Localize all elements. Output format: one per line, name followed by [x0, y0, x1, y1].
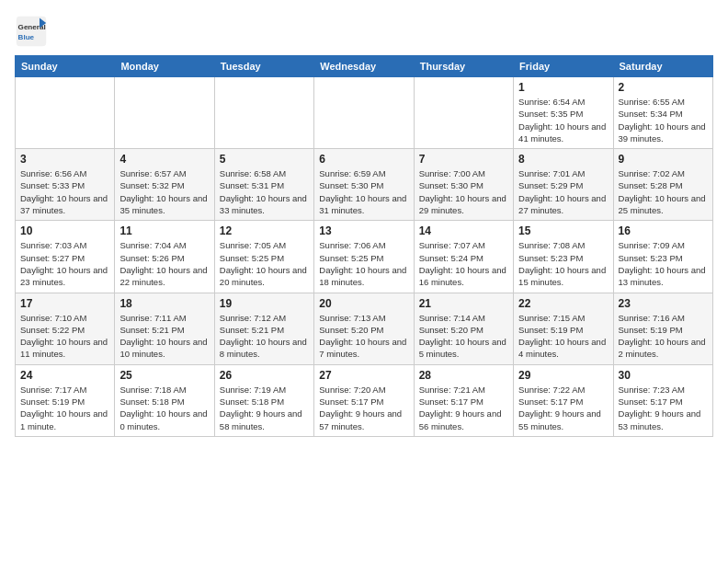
weekday-header-saturday: Saturday: [613, 56, 712, 77]
day-number: 22: [518, 297, 608, 310]
day-number: 9: [619, 153, 708, 166]
weekday-header-monday: Monday: [115, 56, 214, 77]
day-number: 18: [119, 297, 209, 310]
calendar-cell: 12Sunrise: 7:05 AM Sunset: 5:25 PM Dayli…: [214, 221, 313, 293]
day-number: 26: [220, 369, 309, 382]
calendar-cell: 14Sunrise: 7:07 AM Sunset: 5:24 PM Dayli…: [414, 221, 513, 293]
day-number: 2: [619, 81, 708, 94]
weekday-header-tuesday: Tuesday: [214, 56, 313, 77]
calendar-cell: 16Sunrise: 7:09 AM Sunset: 5:23 PM Dayli…: [613, 221, 712, 293]
day-info: Sunrise: 7:06 AM Sunset: 5:25 PM Dayligh…: [319, 239, 408, 288]
calendar-cell: 13Sunrise: 7:06 AM Sunset: 5:25 PM Dayli…: [314, 221, 414, 293]
calendar-cell: 27Sunrise: 7:20 AM Sunset: 5:17 PM Dayli…: [314, 364, 414, 436]
day-number: 17: [20, 297, 109, 310]
day-number: 7: [419, 153, 508, 166]
day-info: Sunrise: 7:23 AM Sunset: 5:17 PM Dayligh…: [619, 384, 708, 432]
day-info: Sunrise: 7:18 AM Sunset: 5:18 PM Dayligh…: [119, 384, 209, 432]
calendar-table: SundayMondayTuesdayWednesdayThursdayFrid…: [15, 55, 713, 437]
calendar-cell: [214, 77, 313, 149]
calendar-cell: 30Sunrise: 7:23 AM Sunset: 5:17 PM Dayli…: [613, 364, 712, 436]
day-number: 11: [119, 224, 209, 237]
calendar-cell: 28Sunrise: 7:21 AM Sunset: 5:17 PM Dayli…: [414, 364, 513, 436]
calendar-cell: 10Sunrise: 7:03 AM Sunset: 5:27 PM Dayli…: [16, 221, 115, 293]
logo-icon: General Blue: [15, 15, 48, 48]
day-info: Sunrise: 7:07 AM Sunset: 5:24 PM Dayligh…: [419, 239, 508, 288]
calendar-cell: 11Sunrise: 7:04 AM Sunset: 5:26 PM Dayli…: [115, 221, 214, 293]
day-info: Sunrise: 7:16 AM Sunset: 5:19 PM Dayligh…: [619, 312, 708, 361]
day-info: Sunrise: 6:58 AM Sunset: 5:31 PM Dayligh…: [220, 167, 309, 216]
day-info: Sunrise: 7:11 AM Sunset: 5:21 PM Dayligh…: [119, 312, 209, 361]
calendar-cell: 4Sunrise: 6:57 AM Sunset: 5:32 PM Daylig…: [115, 149, 214, 221]
calendar-cell: 22Sunrise: 7:15 AM Sunset: 5:19 PM Dayli…: [514, 293, 613, 364]
day-number: 16: [619, 224, 708, 237]
calendar-cell: 18Sunrise: 7:11 AM Sunset: 5:21 PM Dayli…: [115, 293, 214, 364]
calendar-cell: 26Sunrise: 7:19 AM Sunset: 5:18 PM Dayli…: [214, 364, 313, 436]
day-number: 30: [619, 369, 708, 382]
day-info: Sunrise: 7:08 AM Sunset: 5:23 PM Dayligh…: [518, 239, 608, 288]
day-number: 23: [619, 297, 708, 310]
day-number: 19: [220, 297, 309, 310]
page-header: General Blue: [15, 15, 713, 48]
day-number: 3: [20, 153, 109, 166]
weekday-header-sunday: Sunday: [16, 56, 115, 77]
calendar-cell: 5Sunrise: 6:58 AM Sunset: 5:31 PM Daylig…: [214, 149, 313, 221]
calendar-cell: 17Sunrise: 7:10 AM Sunset: 5:22 PM Dayli…: [16, 293, 115, 364]
calendar-cell: 23Sunrise: 7:16 AM Sunset: 5:19 PM Dayli…: [613, 293, 712, 364]
calendar-cell: 3Sunrise: 6:56 AM Sunset: 5:33 PM Daylig…: [16, 149, 115, 221]
weekday-header-friday: Friday: [514, 56, 613, 77]
day-info: Sunrise: 6:57 AM Sunset: 5:32 PM Dayligh…: [119, 167, 209, 216]
day-number: 10: [20, 224, 109, 237]
day-number: 6: [319, 153, 408, 166]
svg-text:Blue: Blue: [18, 33, 35, 41]
day-number: 24: [20, 369, 109, 382]
day-info: Sunrise: 7:19 AM Sunset: 5:18 PM Dayligh…: [220, 384, 309, 432]
day-info: Sunrise: 7:02 AM Sunset: 5:28 PM Dayligh…: [619, 167, 708, 216]
day-number: 8: [518, 153, 608, 166]
calendar-cell: 6Sunrise: 6:59 AM Sunset: 5:30 PM Daylig…: [314, 149, 414, 221]
day-number: 4: [119, 153, 209, 166]
logo: General Blue: [15, 15, 51, 48]
calendar-cell: 8Sunrise: 7:01 AM Sunset: 5:29 PM Daylig…: [514, 149, 613, 221]
day-info: Sunrise: 6:59 AM Sunset: 5:30 PM Dayligh…: [319, 167, 408, 216]
calendar-cell: 15Sunrise: 7:08 AM Sunset: 5:23 PM Dayli…: [514, 221, 613, 293]
day-info: Sunrise: 7:14 AM Sunset: 5:20 PM Dayligh…: [419, 312, 508, 361]
calendar-week-row: 17Sunrise: 7:10 AM Sunset: 5:22 PM Dayli…: [16, 293, 713, 364]
calendar-cell: 25Sunrise: 7:18 AM Sunset: 5:18 PM Dayli…: [115, 364, 214, 436]
calendar-cell: 20Sunrise: 7:13 AM Sunset: 5:20 PM Dayli…: [314, 293, 414, 364]
day-info: Sunrise: 7:05 AM Sunset: 5:25 PM Dayligh…: [220, 239, 309, 288]
calendar-cell: 29Sunrise: 7:22 AM Sunset: 5:17 PM Dayli…: [514, 364, 613, 436]
day-number: 29: [518, 369, 608, 382]
calendar-cell: [16, 77, 115, 149]
calendar-cell: [414, 77, 513, 149]
day-number: 13: [319, 224, 408, 237]
calendar-week-row: 3Sunrise: 6:56 AM Sunset: 5:33 PM Daylig…: [16, 149, 713, 221]
day-number: 1: [518, 81, 608, 94]
day-info: Sunrise: 6:54 AM Sunset: 5:35 PM Dayligh…: [518, 96, 608, 144]
day-info: Sunrise: 6:56 AM Sunset: 5:33 PM Dayligh…: [20, 167, 109, 216]
weekday-header-wednesday: Wednesday: [314, 56, 414, 77]
day-number: 12: [220, 224, 309, 237]
day-number: 28: [419, 369, 508, 382]
calendar-cell: 19Sunrise: 7:12 AM Sunset: 5:21 PM Dayli…: [214, 293, 313, 364]
day-number: 27: [319, 369, 408, 382]
day-info: Sunrise: 7:22 AM Sunset: 5:17 PM Dayligh…: [518, 384, 608, 432]
day-info: Sunrise: 7:12 AM Sunset: 5:21 PM Dayligh…: [220, 312, 309, 361]
calendar-cell: 24Sunrise: 7:17 AM Sunset: 5:19 PM Dayli…: [16, 364, 115, 436]
calendar-cell: [314, 77, 414, 149]
calendar-week-row: 24Sunrise: 7:17 AM Sunset: 5:19 PM Dayli…: [16, 364, 713, 436]
day-info: Sunrise: 7:20 AM Sunset: 5:17 PM Dayligh…: [319, 384, 408, 432]
day-info: Sunrise: 7:10 AM Sunset: 5:22 PM Dayligh…: [20, 312, 109, 361]
weekday-header-thursday: Thursday: [414, 56, 513, 77]
day-info: Sunrise: 6:55 AM Sunset: 5:34 PM Dayligh…: [619, 96, 708, 144]
day-info: Sunrise: 7:09 AM Sunset: 5:23 PM Dayligh…: [619, 239, 708, 288]
day-info: Sunrise: 7:13 AM Sunset: 5:20 PM Dayligh…: [319, 312, 408, 361]
day-info: Sunrise: 7:00 AM Sunset: 5:30 PM Dayligh…: [419, 167, 508, 216]
day-number: 5: [220, 153, 309, 166]
calendar-cell: 1Sunrise: 6:54 AM Sunset: 5:35 PM Daylig…: [514, 77, 613, 149]
day-info: Sunrise: 7:04 AM Sunset: 5:26 PM Dayligh…: [119, 239, 209, 288]
day-number: 15: [518, 224, 608, 237]
day-info: Sunrise: 7:17 AM Sunset: 5:19 PM Dayligh…: [20, 384, 109, 432]
day-info: Sunrise: 7:01 AM Sunset: 5:29 PM Dayligh…: [518, 167, 608, 216]
day-info: Sunrise: 7:15 AM Sunset: 5:19 PM Dayligh…: [518, 312, 608, 361]
day-number: 14: [419, 224, 508, 237]
